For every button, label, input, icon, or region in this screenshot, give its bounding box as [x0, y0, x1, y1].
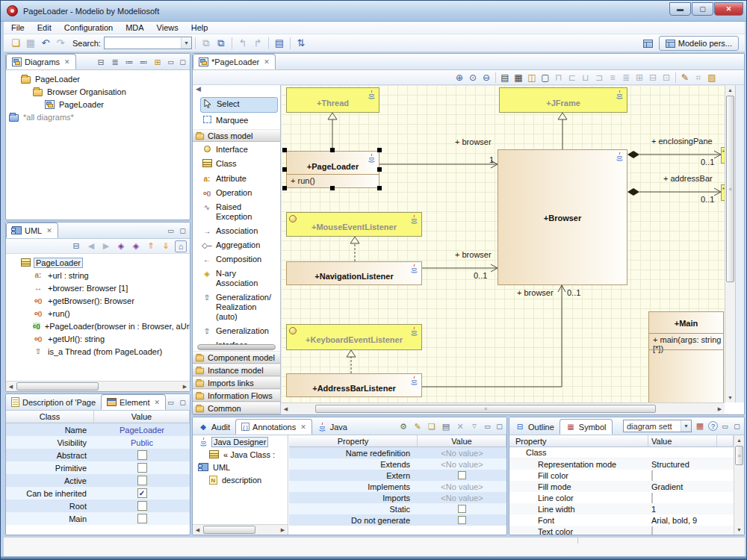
- annotations-tree-hscrollbar[interactable]: ◀▶: [193, 524, 288, 535]
- tab-uml[interactable]: UML ✕: [6, 223, 58, 238]
- palette-section-instance-model[interactable]: Instance model: [193, 364, 280, 376]
- selection-handle[interactable]: [330, 148, 335, 152]
- tree-item-op-run[interactable]: o() +run(): [9, 307, 190, 320]
- tree-item-java-designer[interactable]: Java Designer: [193, 435, 288, 448]
- palette-section-common[interactable]: Common: [193, 402, 280, 414]
- row-implements[interactable]: Implements<No value>: [289, 481, 506, 492]
- minimize-view-icon[interactable]: ▭: [166, 56, 176, 68]
- forward-icon[interactable]: ▶: [100, 240, 112, 252]
- palette-generalization[interactable]: ⇧ Generalization: [200, 325, 278, 337]
- row-imports[interactable]: Imports<No value>: [289, 492, 506, 503]
- search-input[interactable]: ▼: [104, 37, 192, 49]
- tree-item-description[interactable]: N description: [193, 473, 288, 486]
- diagram-settings-combo[interactable]: diagram sett ▼: [623, 420, 692, 432]
- static-checkbox[interactable]: [458, 505, 466, 513]
- close-tab-icon[interactable]: ✕: [154, 399, 160, 406]
- row-main[interactable]: Main: [6, 512, 190, 525]
- new-project-icon[interactable]: ❏: [8, 37, 23, 50]
- expand-level1-icon[interactable]: ≣: [109, 56, 121, 68]
- tree-item-assoc-browser[interactable]: ↔ +browser: Browser [1]: [9, 281, 190, 294]
- menu-help[interactable]: Help: [191, 23, 208, 32]
- row-visibility[interactable]: VisibilityPublic: [6, 436, 190, 449]
- expand-level3-icon[interactable]: ≕: [137, 56, 149, 68]
- selection-handle[interactable]: [282, 148, 287, 152]
- combo-dropdown-icon[interactable]: ▼: [681, 420, 691, 432]
- tab-annotations[interactable]: { } Annotations ✕: [235, 419, 312, 435]
- redo-icon[interactable]: ↷: [53, 37, 68, 50]
- tree-item-uml[interactable]: UML: [193, 461, 288, 473]
- palette-drag-handle[interactable]: [197, 344, 276, 350]
- column-value[interactable]: Value: [94, 411, 190, 423]
- distribute-h-icon[interactable]: ≡: [606, 72, 619, 83]
- undo-icon[interactable]: ↶: [38, 37, 53, 50]
- row-font[interactable]: FontArial, bold, 9: [509, 514, 734, 526]
- row-extern[interactable]: Extern: [289, 470, 506, 481]
- palette-section-information-flows[interactable]: Information Flows: [193, 389, 280, 402]
- tab-java[interactable]: Java: [312, 419, 353, 435]
- abstract-checkbox[interactable]: [137, 450, 147, 460]
- nav-forward-icon[interactable]: ↱: [250, 37, 265, 50]
- expand-level2-icon[interactable]: ≔: [123, 56, 135, 68]
- up-icon[interactable]: ⇑: [145, 240, 157, 252]
- down-icon[interactable]: ⇓: [160, 240, 172, 252]
- perspective-button[interactable]: Modelio pers...: [659, 36, 739, 51]
- palette-composition[interactable]: ← Composition: [200, 253, 278, 266]
- fill-color-swatch[interactable]: [651, 470, 653, 481]
- tree-item-op-getbrowser[interactable]: o() +getBrowser(): Browser: [9, 294, 190, 307]
- palette-marquee[interactable]: Marquee: [200, 114, 278, 127]
- tab-diagrams[interactable]: Diagrams ✕: [6, 54, 76, 69]
- palette-section-component-model[interactable]: Component model: [193, 351, 280, 364]
- row-fill-mode[interactable]: Fill modeGradient: [509, 481, 734, 492]
- grid-icon[interactable]: ⊡: [660, 72, 673, 83]
- delete-icon[interactable]: ✕: [454, 420, 466, 432]
- row-can-be-inherited[interactable]: Can be inherited✓: [6, 487, 190, 500]
- maximize-button[interactable]: ▢: [692, 2, 713, 16]
- palette-association[interactable]: → Association: [200, 225, 278, 237]
- add-annotation-icon[interactable]: ⚙: [397, 420, 409, 432]
- tab-pageloader-diagram[interactable]: *PageLoader ✕: [193, 54, 276, 69]
- align-left-icon[interactable]: ⊏: [565, 72, 579, 83]
- save-image-icon[interactable]: ▦: [512, 72, 525, 83]
- zoom-out-icon[interactable]: ⊖: [480, 72, 493, 83]
- row-text-color[interactable]: Text color: [509, 526, 734, 535]
- row-class-category[interactable]: Class: [509, 447, 734, 458]
- palette-generalization-realization-auto[interactable]: ⇧ Generalization/ Realization (auto): [200, 291, 278, 323]
- palette-nary-association[interactable]: ◈ N-ary Association: [200, 267, 278, 290]
- collapse-all-icon[interactable]: ⊟: [70, 240, 82, 252]
- class-addressbarlistener[interactable]: +AddressBarListener: [286, 373, 422, 397]
- class-jframe[interactable]: +JFrame: [499, 87, 627, 113]
- palette-section-class-model[interactable]: Class model: [193, 129, 280, 142]
- row-do-not-generate[interactable]: Do not generate: [289, 514, 506, 526]
- open-diagram-icon[interactable]: ⧉: [214, 37, 229, 50]
- align-top-icon[interactable]: ⊓: [552, 72, 565, 83]
- tree-item-pageloader-diagram[interactable]: PageLoader: [9, 98, 190, 111]
- row-active[interactable]: Active: [6, 474, 190, 487]
- row-fill-color[interactable]: Fill color: [509, 470, 734, 481]
- snapshot-icon[interactable]: ◫: [525, 72, 539, 83]
- diagram-canvas[interactable]: +Thread +JFrame +PageLoader + run(): [281, 85, 725, 402]
- open-perspective-icon[interactable]: [641, 37, 656, 50]
- root-checkbox[interactable]: [137, 501, 147, 511]
- help-icon[interactable]: ?: [708, 421, 718, 431]
- active-checkbox[interactable]: [137, 476, 147, 485]
- align-bottom-icon[interactable]: ⊔: [579, 72, 592, 83]
- maximize-view-icon[interactable]: ▢: [178, 396, 187, 408]
- selection-handle[interactable]: [377, 148, 382, 152]
- tree-item-browser-organisation[interactable]: Browser Organisation: [9, 85, 190, 98]
- link-with-editor-icon[interactable]: ⊞: [152, 56, 164, 68]
- row-line-width[interactable]: Line width1: [509, 503, 734, 514]
- next-diamond-icon[interactable]: ◈: [130, 240, 142, 252]
- edit-doc-icon[interactable]: ▤: [440, 420, 452, 432]
- text-color-swatch[interactable]: [651, 526, 653, 535]
- palette-class[interactable]: Class: [200, 158, 278, 171]
- tree-item-pageloader-root[interactable]: PageLoader: [9, 72, 190, 85]
- view-menu-icon[interactable]: ▽: [468, 420, 480, 432]
- previous-diamond-icon[interactable]: ◈: [115, 240, 127, 252]
- align-right-icon[interactable]: ⊐: [592, 72, 606, 83]
- menu-views[interactable]: Views: [157, 23, 179, 32]
- home-icon[interactable]: ⌂: [175, 240, 187, 252]
- class-pageloader[interactable]: +PageLoader + run(): [286, 151, 379, 188]
- palette-interface[interactable]: Interface: [200, 143, 278, 156]
- snap-grid-icon[interactable]: ⌗: [692, 72, 705, 83]
- tab-outline[interactable]: ⊟ Outline: [509, 419, 560, 435]
